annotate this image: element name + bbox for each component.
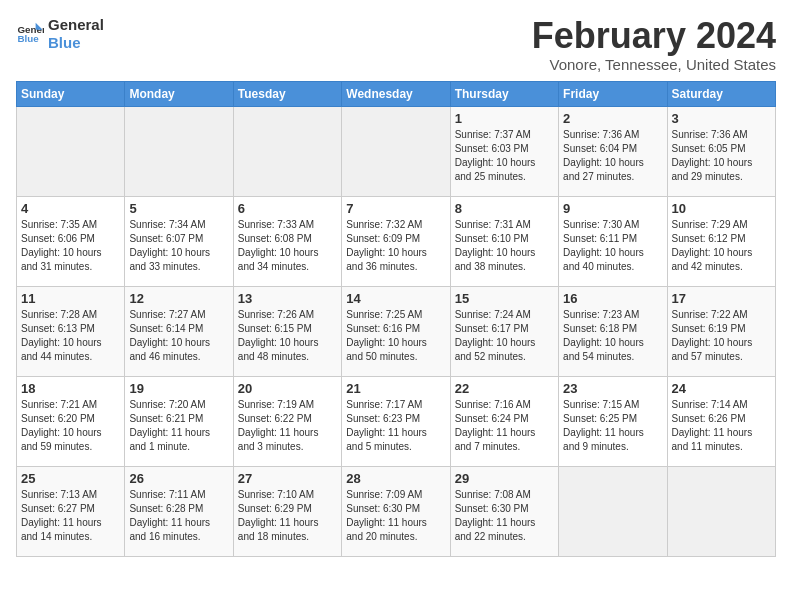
calendar-cell: 14Sunrise: 7:25 AMSunset: 6:16 PMDayligh… <box>342 286 450 376</box>
day-info: Sunrise: 7:32 AMSunset: 6:09 PMDaylight:… <box>346 218 445 274</box>
calendar-cell: 17Sunrise: 7:22 AMSunset: 6:19 PMDayligh… <box>667 286 775 376</box>
day-info: Sunrise: 7:13 AMSunset: 6:27 PMDaylight:… <box>21 488 120 544</box>
day-info: Sunrise: 7:31 AMSunset: 6:10 PMDaylight:… <box>455 218 554 274</box>
day-number: 14 <box>346 291 445 306</box>
column-header-tuesday: Tuesday <box>233 81 341 106</box>
column-header-sunday: Sunday <box>17 81 125 106</box>
day-number: 10 <box>672 201 771 216</box>
column-header-thursday: Thursday <box>450 81 558 106</box>
day-number: 7 <box>346 201 445 216</box>
header: General Blue General Blue February 2024 … <box>16 16 776 73</box>
logo-text-general: General <box>48 16 104 34</box>
day-info: Sunrise: 7:16 AMSunset: 6:24 PMDaylight:… <box>455 398 554 454</box>
calendar-cell: 19Sunrise: 7:20 AMSunset: 6:21 PMDayligh… <box>125 376 233 466</box>
calendar-cell: 1Sunrise: 7:37 AMSunset: 6:03 PMDaylight… <box>450 106 558 196</box>
calendar-cell: 21Sunrise: 7:17 AMSunset: 6:23 PMDayligh… <box>342 376 450 466</box>
calendar-cell: 5Sunrise: 7:34 AMSunset: 6:07 PMDaylight… <box>125 196 233 286</box>
day-number: 2 <box>563 111 662 126</box>
week-row-2: 11Sunrise: 7:28 AMSunset: 6:13 PMDayligh… <box>17 286 776 376</box>
day-number: 18 <box>21 381 120 396</box>
day-number: 8 <box>455 201 554 216</box>
day-number: 28 <box>346 471 445 486</box>
column-header-friday: Friday <box>559 81 667 106</box>
location-title: Vonore, Tennessee, United States <box>532 56 776 73</box>
calendar-cell: 9Sunrise: 7:30 AMSunset: 6:11 PMDaylight… <box>559 196 667 286</box>
calendar-cell: 25Sunrise: 7:13 AMSunset: 6:27 PMDayligh… <box>17 466 125 556</box>
day-info: Sunrise: 7:10 AMSunset: 6:29 PMDaylight:… <box>238 488 337 544</box>
calendar-cell: 23Sunrise: 7:15 AMSunset: 6:25 PMDayligh… <box>559 376 667 466</box>
calendar-cell: 6Sunrise: 7:33 AMSunset: 6:08 PMDaylight… <box>233 196 341 286</box>
day-info: Sunrise: 7:35 AMSunset: 6:06 PMDaylight:… <box>21 218 120 274</box>
day-number: 11 <box>21 291 120 306</box>
calendar-table: SundayMondayTuesdayWednesdayThursdayFrid… <box>16 81 776 557</box>
day-number: 17 <box>672 291 771 306</box>
calendar-cell: 26Sunrise: 7:11 AMSunset: 6:28 PMDayligh… <box>125 466 233 556</box>
day-info: Sunrise: 7:26 AMSunset: 6:15 PMDaylight:… <box>238 308 337 364</box>
day-info: Sunrise: 7:14 AMSunset: 6:26 PMDaylight:… <box>672 398 771 454</box>
day-info: Sunrise: 7:27 AMSunset: 6:14 PMDaylight:… <box>129 308 228 364</box>
day-number: 27 <box>238 471 337 486</box>
day-info: Sunrise: 7:33 AMSunset: 6:08 PMDaylight:… <box>238 218 337 274</box>
day-info: Sunrise: 7:21 AMSunset: 6:20 PMDaylight:… <box>21 398 120 454</box>
calendar-cell: 7Sunrise: 7:32 AMSunset: 6:09 PMDaylight… <box>342 196 450 286</box>
day-number: 9 <box>563 201 662 216</box>
day-number: 3 <box>672 111 771 126</box>
calendar-cell <box>667 466 775 556</box>
day-info: Sunrise: 7:22 AMSunset: 6:19 PMDaylight:… <box>672 308 771 364</box>
calendar-cell: 4Sunrise: 7:35 AMSunset: 6:06 PMDaylight… <box>17 196 125 286</box>
logo-text-blue: Blue <box>48 34 104 52</box>
logo: General Blue General Blue <box>16 16 104 52</box>
day-number: 1 <box>455 111 554 126</box>
header-row: SundayMondayTuesdayWednesdayThursdayFrid… <box>17 81 776 106</box>
day-info: Sunrise: 7:29 AMSunset: 6:12 PMDaylight:… <box>672 218 771 274</box>
calendar-cell <box>233 106 341 196</box>
calendar-cell: 15Sunrise: 7:24 AMSunset: 6:17 PMDayligh… <box>450 286 558 376</box>
column-header-wednesday: Wednesday <box>342 81 450 106</box>
day-info: Sunrise: 7:11 AMSunset: 6:28 PMDaylight:… <box>129 488 228 544</box>
day-number: 29 <box>455 471 554 486</box>
title-area: February 2024 Vonore, Tennessee, United … <box>532 16 776 73</box>
calendar-cell: 16Sunrise: 7:23 AMSunset: 6:18 PMDayligh… <box>559 286 667 376</box>
day-number: 21 <box>346 381 445 396</box>
calendar-cell: 2Sunrise: 7:36 AMSunset: 6:04 PMDaylight… <box>559 106 667 196</box>
calendar-cell: 3Sunrise: 7:36 AMSunset: 6:05 PMDaylight… <box>667 106 775 196</box>
calendar-cell: 24Sunrise: 7:14 AMSunset: 6:26 PMDayligh… <box>667 376 775 466</box>
week-row-4: 25Sunrise: 7:13 AMSunset: 6:27 PMDayligh… <box>17 466 776 556</box>
calendar-cell: 29Sunrise: 7:08 AMSunset: 6:30 PMDayligh… <box>450 466 558 556</box>
day-number: 23 <box>563 381 662 396</box>
day-info: Sunrise: 7:23 AMSunset: 6:18 PMDaylight:… <box>563 308 662 364</box>
calendar-cell: 27Sunrise: 7:10 AMSunset: 6:29 PMDayligh… <box>233 466 341 556</box>
calendar-cell <box>125 106 233 196</box>
calendar-cell: 13Sunrise: 7:26 AMSunset: 6:15 PMDayligh… <box>233 286 341 376</box>
day-info: Sunrise: 7:24 AMSunset: 6:17 PMDaylight:… <box>455 308 554 364</box>
day-info: Sunrise: 7:17 AMSunset: 6:23 PMDaylight:… <box>346 398 445 454</box>
day-number: 5 <box>129 201 228 216</box>
svg-text:Blue: Blue <box>17 33 39 44</box>
calendar-cell: 18Sunrise: 7:21 AMSunset: 6:20 PMDayligh… <box>17 376 125 466</box>
day-number: 25 <box>21 471 120 486</box>
calendar-cell <box>559 466 667 556</box>
calendar-cell: 20Sunrise: 7:19 AMSunset: 6:22 PMDayligh… <box>233 376 341 466</box>
calendar-cell: 10Sunrise: 7:29 AMSunset: 6:12 PMDayligh… <box>667 196 775 286</box>
week-row-0: 1Sunrise: 7:37 AMSunset: 6:03 PMDaylight… <box>17 106 776 196</box>
day-number: 6 <box>238 201 337 216</box>
day-info: Sunrise: 7:19 AMSunset: 6:22 PMDaylight:… <box>238 398 337 454</box>
day-info: Sunrise: 7:25 AMSunset: 6:16 PMDaylight:… <box>346 308 445 364</box>
calendar-cell: 22Sunrise: 7:16 AMSunset: 6:24 PMDayligh… <box>450 376 558 466</box>
day-number: 15 <box>455 291 554 306</box>
column-header-saturday: Saturday <box>667 81 775 106</box>
day-info: Sunrise: 7:28 AMSunset: 6:13 PMDaylight:… <box>21 308 120 364</box>
logo-icon: General Blue <box>16 20 44 48</box>
day-info: Sunrise: 7:36 AMSunset: 6:04 PMDaylight:… <box>563 128 662 184</box>
calendar-cell: 11Sunrise: 7:28 AMSunset: 6:13 PMDayligh… <box>17 286 125 376</box>
calendar-cell: 28Sunrise: 7:09 AMSunset: 6:30 PMDayligh… <box>342 466 450 556</box>
day-info: Sunrise: 7:20 AMSunset: 6:21 PMDaylight:… <box>129 398 228 454</box>
day-number: 19 <box>129 381 228 396</box>
day-number: 20 <box>238 381 337 396</box>
month-title: February 2024 <box>532 16 776 56</box>
calendar-cell <box>342 106 450 196</box>
day-number: 13 <box>238 291 337 306</box>
day-info: Sunrise: 7:30 AMSunset: 6:11 PMDaylight:… <box>563 218 662 274</box>
day-info: Sunrise: 7:36 AMSunset: 6:05 PMDaylight:… <box>672 128 771 184</box>
day-number: 16 <box>563 291 662 306</box>
